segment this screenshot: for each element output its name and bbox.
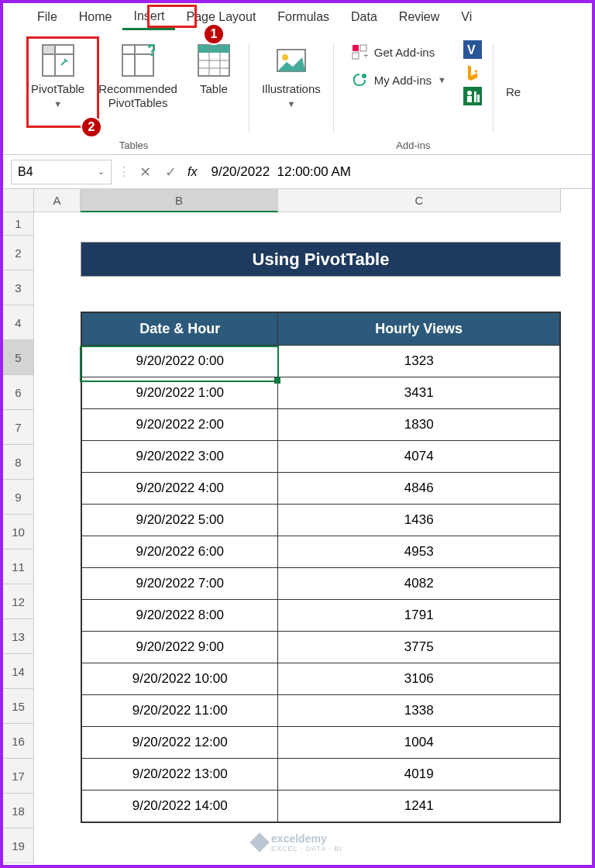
row-header-10[interactable]: 10 xyxy=(3,515,34,549)
cell-hourly-views[interactable]: 1323 xyxy=(278,346,559,377)
cell-hourly-views[interactable]: 4082 xyxy=(278,568,559,599)
ribbon-tabs: File Home Insert Page Layout Formulas Da… xyxy=(3,3,592,31)
cell-date-hour[interactable]: 9/20/2022 11:00 xyxy=(82,695,278,726)
table-row[interactable]: 9/20/2022 6:004953 xyxy=(82,536,559,567)
pivottable-button[interactable]: PivotTable▼ xyxy=(26,37,89,136)
tab-data[interactable]: Data xyxy=(340,5,388,29)
cell-date-hour[interactable]: 9/20/2022 9:00 xyxy=(82,632,278,663)
watermark-icon xyxy=(249,832,269,852)
illustrations-button[interactable]: Illustrations▼ xyxy=(257,37,325,136)
table-row[interactable]: 9/20/2022 9:003775 xyxy=(82,631,559,663)
table-row[interactable]: 9/20/2022 13:004019 xyxy=(82,758,559,790)
tab-file[interactable]: File xyxy=(26,5,68,29)
tab-page-layout[interactable]: Page Layout xyxy=(175,5,267,29)
row-header-3[interactable]: 3 xyxy=(3,270,34,305)
table-row[interactable]: 9/20/2022 0:001323 xyxy=(82,345,559,377)
column-header-a[interactable]: A xyxy=(34,189,81,212)
tab-review[interactable]: Review xyxy=(388,5,450,29)
cell-date-hour[interactable]: 9/20/2022 12:00 xyxy=(82,727,278,758)
cell-date-hour[interactable]: 9/20/2022 1:00 xyxy=(82,377,278,408)
cell-grid[interactable]: Using PivotTable Date & Hour Hourly View… xyxy=(34,212,592,868)
bing-icon[interactable] xyxy=(463,64,482,82)
table-row[interactable]: 9/20/2022 11:001338 xyxy=(82,694,559,726)
my-addins-button[interactable]: My Add-ins ▼ xyxy=(345,68,452,91)
column-header-c[interactable]: C xyxy=(278,189,561,212)
table-label: Table xyxy=(200,82,228,96)
row-header-4[interactable]: 4 xyxy=(3,305,34,340)
cell-date-hour[interactable]: 9/20/2022 13:00 xyxy=(82,759,278,790)
cell-hourly-views[interactable]: 1241 xyxy=(278,790,559,822)
get-addins-button[interactable]: + Get Add-ins xyxy=(345,40,452,64)
cell-hourly-views[interactable]: 1338 xyxy=(278,695,559,726)
cell-hourly-views[interactable]: 3106 xyxy=(278,663,559,694)
tab-view[interactable]: Vi xyxy=(450,5,483,29)
cell-date-hour[interactable]: 9/20/2022 3:00 xyxy=(82,441,278,472)
table-row[interactable]: 9/20/2022 1:003431 xyxy=(82,377,559,408)
row-header-16[interactable]: 16 xyxy=(3,724,34,759)
table-row[interactable]: 9/20/2022 3:004074 xyxy=(82,440,559,472)
formula-input[interactable] xyxy=(203,164,584,180)
table-row[interactable]: 9/20/2022 10:003106 xyxy=(82,663,559,694)
row-header-1[interactable]: 1 xyxy=(3,212,34,236)
enter-formula-button[interactable]: ✓ xyxy=(162,164,180,181)
cell-date-hour[interactable]: 9/20/2022 5:00 xyxy=(82,505,278,536)
row-header-6[interactable]: 6 xyxy=(3,375,34,410)
cell-date-hour[interactable]: 9/20/2022 10:00 xyxy=(82,663,278,694)
row-header-11[interactable]: 11 xyxy=(3,549,34,584)
svg-text:V: V xyxy=(467,43,476,57)
row-header-7[interactable]: 7 xyxy=(3,410,34,445)
table-row[interactable]: 9/20/2022 12:001004 xyxy=(82,726,559,758)
cell-hourly-views[interactable]: 1791 xyxy=(278,600,559,631)
table-row[interactable]: 9/20/2022 7:004082 xyxy=(82,567,559,599)
cell-hourly-views[interactable]: 1436 xyxy=(278,505,559,536)
cell-date-hour[interactable]: 9/20/2022 6:00 xyxy=(82,536,278,567)
column-header-b[interactable]: B xyxy=(81,189,278,212)
table-row[interactable]: 9/20/2022 4:004846 xyxy=(82,472,559,504)
cell-hourly-views[interactable]: 4074 xyxy=(278,441,559,472)
fx-icon[interactable]: fx xyxy=(187,165,197,179)
cell-date-hour[interactable]: 9/20/2022 8:00 xyxy=(82,600,278,631)
table-row[interactable]: 9/20/2022 2:001830 xyxy=(82,408,559,440)
cell-hourly-views[interactable]: 4846 xyxy=(278,473,559,504)
cell-hourly-views[interactable]: 1004 xyxy=(278,727,559,758)
row-header-12[interactable]: 12 xyxy=(3,584,34,619)
svg-rect-25 xyxy=(467,96,472,102)
svg-text:+: + xyxy=(363,50,368,60)
people-graph-icon[interactable] xyxy=(463,87,482,105)
row-header-15[interactable]: 15 xyxy=(3,689,34,724)
table-row[interactable]: 9/20/2022 8:001791 xyxy=(82,599,559,631)
tab-formulas[interactable]: Formulas xyxy=(267,5,340,29)
select-all-corner[interactable] xyxy=(3,189,34,212)
cell-hourly-views[interactable]: 3775 xyxy=(278,632,559,663)
row-header-5[interactable]: 5 xyxy=(3,340,34,375)
cell-hourly-views[interactable]: 4019 xyxy=(278,759,559,790)
row-header-9[interactable]: 9 xyxy=(3,480,34,515)
name-box[interactable]: B4 ⌄ xyxy=(11,160,112,184)
recommended-pivottables-icon: ? xyxy=(119,42,156,79)
tab-home[interactable]: Home xyxy=(68,5,123,29)
cell-date-hour[interactable]: 9/20/2022 2:00 xyxy=(82,409,278,440)
cell-date-hour[interactable]: 9/20/2022 7:00 xyxy=(82,568,278,599)
cell-hourly-views[interactable]: 1830 xyxy=(278,409,559,440)
cell-hourly-views[interactable]: 3431 xyxy=(278,377,559,408)
row-header-19[interactable]: 19 xyxy=(3,828,34,863)
truncated-button[interactable]: Re xyxy=(501,37,525,154)
table-button[interactable]: Table xyxy=(187,37,241,136)
row-header-18[interactable]: 18 xyxy=(3,794,34,828)
my-addins-label: My Add-ins xyxy=(374,74,432,87)
visio-icon[interactable]: V xyxy=(463,40,482,59)
cell-date-hour[interactable]: 9/20/2022 14:00 xyxy=(82,790,278,822)
cell-date-hour[interactable]: 9/20/2022 4:00 xyxy=(82,473,278,504)
cell-hourly-views[interactable]: 4953 xyxy=(278,536,559,567)
cancel-formula-button[interactable]: ✕ xyxy=(136,164,154,181)
row-header-8[interactable]: 8 xyxy=(3,445,34,480)
row-header-17[interactable]: 17 xyxy=(3,759,34,794)
row-header-2[interactable]: 2 xyxy=(3,236,34,270)
table-row[interactable]: 9/20/2022 14:001241 xyxy=(82,790,559,822)
table-row[interactable]: 9/20/2022 5:001436 xyxy=(82,504,559,536)
recommended-pivottables-button[interactable]: ? Recommended PivotTables xyxy=(94,37,182,136)
cell-date-hour[interactable]: 9/20/2022 0:00 xyxy=(82,346,278,377)
row-header-13[interactable]: 13 xyxy=(3,619,34,654)
row-header-14[interactable]: 14 xyxy=(3,654,34,689)
tab-insert[interactable]: Insert xyxy=(122,5,175,30)
